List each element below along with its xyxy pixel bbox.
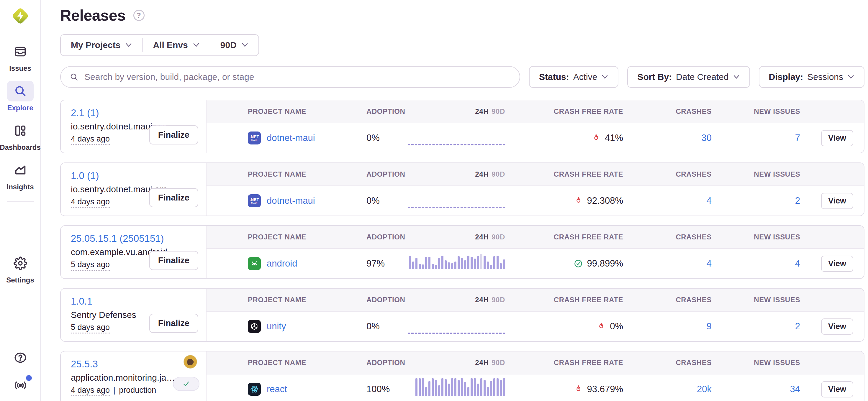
col-adoption: ADOPTION xyxy=(366,233,405,241)
adoption-chart-cell xyxy=(405,254,505,273)
unity-icon xyxy=(248,320,261,333)
sidebar-item-settings[interactable]: Settings xyxy=(6,253,34,284)
finalize-button[interactable]: Finalize xyxy=(149,125,198,144)
finalize-button[interactable]: Finalize xyxy=(149,314,198,333)
display-dropdown[interactable]: Display: Sessions xyxy=(759,66,864,88)
col-new-issues: NEW ISSUES xyxy=(712,359,800,367)
flame-icon xyxy=(591,133,601,143)
view-cell: View xyxy=(800,256,853,272)
release-table-row: .NETMAUI dotnet-maui 0% 92.308% 4 2 View xyxy=(207,186,864,215)
project-link[interactable]: dotnet-maui xyxy=(267,196,315,206)
crashes-cell: 30 xyxy=(623,133,712,143)
project-link[interactable]: android xyxy=(267,258,297,269)
finalize-button[interactable]: Finalize xyxy=(149,251,198,270)
project-cell: .NETMAUI dotnet-maui xyxy=(207,194,366,207)
release-version-link[interactable]: 25.5.3 xyxy=(71,359,98,370)
sidebar-nav: Issues Explore Dashboard xyxy=(0,41,41,284)
release-table-header: PROJECT NAME ADOPTION 24H90D CRASH FREE … xyxy=(207,226,864,249)
search-icon xyxy=(70,72,79,81)
project-cell: unity xyxy=(207,320,366,333)
environment-filter[interactable]: All Envs xyxy=(143,35,210,56)
finalized-badge xyxy=(173,377,199,391)
new-issues-link[interactable]: 2 xyxy=(795,321,800,331)
col-crash-free-rate: CRASH FREE RATE xyxy=(505,296,623,304)
release-version-link[interactable]: 2.1 (1) xyxy=(71,107,99,119)
crashes-cell: 4 xyxy=(623,196,712,206)
sidebar-item-explore[interactable]: Explore xyxy=(7,81,34,112)
date-range-filter[interactable]: 90D xyxy=(210,35,258,56)
col-adoption: ADOPTION xyxy=(366,359,405,367)
crashes-link[interactable]: 4 xyxy=(707,196,712,206)
project-link[interactable]: unity xyxy=(267,321,286,332)
new-issues-link[interactable]: 2 xyxy=(795,196,800,206)
finalize-button[interactable]: Finalize xyxy=(149,188,198,207)
crash-free-cell: 92.308% xyxy=(505,196,623,206)
help-icon[interactable] xyxy=(13,351,27,366)
new-issues-cell: 34 xyxy=(712,384,800,395)
view-button[interactable]: View xyxy=(821,381,853,397)
issues-icon xyxy=(7,41,34,62)
sentry-logo-icon[interactable] xyxy=(11,6,30,25)
adoption-empty-sparkline xyxy=(408,333,505,334)
col-adoption: ADOPTION xyxy=(366,170,405,178)
check-circle-icon xyxy=(574,259,583,268)
col-project-name: PROJECT NAME xyxy=(207,170,366,178)
crash-free-value: 93.679% xyxy=(587,384,623,395)
new-issues-cell: 2 xyxy=(712,321,800,332)
sort-by-dropdown[interactable]: Sort By: Date Created xyxy=(627,66,750,88)
crash-free-value: 99.899% xyxy=(587,258,623,269)
release-table-row: unity 0% 0% 9 2 View xyxy=(207,312,864,341)
adoption-chart-cell xyxy=(405,131,505,145)
view-button[interactable]: View xyxy=(821,256,853,272)
search-icon xyxy=(7,81,34,101)
crash-free-cell: 0% xyxy=(505,321,623,332)
crash-free-cell: 93.679% xyxy=(505,384,623,395)
gear-icon xyxy=(7,253,34,274)
release-version-link[interactable]: 1.0.1 xyxy=(71,296,92,307)
insights-icon xyxy=(7,160,34,180)
view-cell: View xyxy=(800,130,853,146)
broadcast-icon[interactable] xyxy=(13,378,27,393)
release-info: 1.0 (1) io.sentry.dotnet.maui.em… 4 days… xyxy=(61,163,207,215)
project-link[interactable]: react xyxy=(267,384,287,395)
col-project-name: PROJECT NAME xyxy=(207,359,366,367)
release-version-link[interactable]: 25.05.15.1 (2505151) xyxy=(71,233,164,244)
crashes-link[interactable]: 9 xyxy=(707,321,712,331)
chevron-down-icon xyxy=(601,75,608,79)
new-issues-cell: 7 xyxy=(712,133,800,143)
crashes-link[interactable]: 4 xyxy=(707,258,712,269)
col-adoption: ADOPTION xyxy=(366,296,405,304)
view-button[interactable]: View xyxy=(821,319,853,335)
page-help-icon[interactable]: ? xyxy=(133,10,145,21)
view-button[interactable]: View xyxy=(821,193,853,209)
crashes-link[interactable]: 30 xyxy=(702,133,712,143)
release-age: 5 days ago xyxy=(71,260,110,271)
sidebar-item-insights[interactable]: Insights xyxy=(7,160,34,191)
avatar xyxy=(184,355,197,369)
sidebar-item-issues[interactable]: Issues xyxy=(7,41,34,72)
col-chart-range: 24H90D xyxy=(405,296,505,304)
flame-icon xyxy=(596,322,606,331)
chevron-down-icon xyxy=(193,43,200,47)
release-card: 25.5.3 application.monitoring.ja… 4 days… xyxy=(60,351,864,401)
new-issues-link[interactable]: 7 xyxy=(795,133,800,143)
crashes-link[interactable]: 20k xyxy=(697,384,712,394)
status-dropdown[interactable]: Status: Active xyxy=(529,66,618,88)
new-issues-link[interactable]: 4 xyxy=(795,258,800,269)
env-separator: | xyxy=(113,386,115,395)
adoption-value: 0% xyxy=(366,133,405,143)
android-icon xyxy=(248,257,261,270)
col-project-name: PROJECT NAME xyxy=(207,296,366,304)
project-link[interactable]: dotnet-maui xyxy=(267,133,315,143)
crashes-cell: 20k xyxy=(623,384,712,395)
adoption-value: 100% xyxy=(366,384,405,395)
search-input[interactable] xyxy=(84,72,511,82)
release-version-link[interactable]: 1.0 (1) xyxy=(71,170,99,181)
project-cell: react xyxy=(207,383,366,396)
new-issues-link[interactable]: 34 xyxy=(790,384,800,394)
sidebar-item-dashboards[interactable]: Dashboards xyxy=(0,120,41,152)
view-button[interactable]: View xyxy=(821,130,853,146)
project-filter[interactable]: My Projects xyxy=(61,35,142,56)
release-table: PROJECT NAME ADOPTION 24H90D CRASH FREE … xyxy=(207,352,864,401)
chevron-down-icon xyxy=(847,75,855,79)
